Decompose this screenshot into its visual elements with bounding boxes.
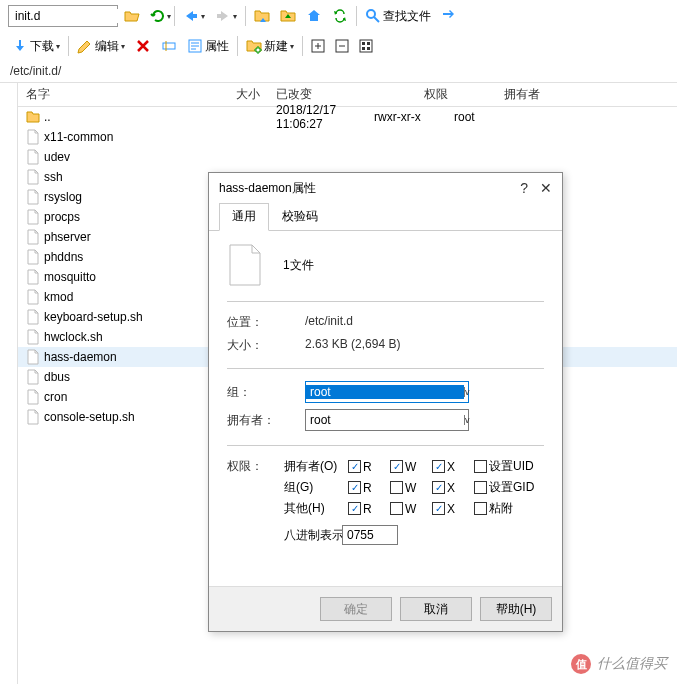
col-name[interactable]: 名字 [18, 86, 218, 103]
refresh-button[interactable] [146, 6, 170, 26]
transfer-button[interactable] [437, 6, 461, 26]
svg-rect-5 [360, 40, 372, 52]
properties-dialog: hass-daemon属性 ? ✕ 通用 校验码 1文件 位置：/etc/ini… [208, 172, 563, 632]
owner-x[interactable]: ✓X [432, 460, 472, 474]
ok-button[interactable]: 确定 [320, 597, 392, 621]
home-icon [306, 8, 322, 24]
svg-point-0 [367, 10, 375, 18]
group-x[interactable]: ✓X [432, 481, 472, 495]
forward-button[interactable]: ▾ [211, 6, 241, 26]
chevron-down-icon[interactable]: v [464, 415, 470, 425]
edit-icon [77, 38, 93, 54]
sync-button[interactable] [328, 6, 352, 26]
dialog-titlebar: hass-daemon属性 ? ✕ [209, 173, 562, 203]
properties-button[interactable]: 属性 [183, 36, 233, 57]
dialog-buttons: 确定 取消 帮助(H) [209, 586, 562, 631]
minus-button[interactable] [331, 37, 353, 55]
owner-r[interactable]: ✓R [348, 460, 388, 474]
list-row[interactable]: udev [18, 147, 677, 167]
group-label: 组： [227, 384, 305, 401]
big-file-icon [227, 243, 263, 287]
setgid[interactable]: 设置GID [474, 479, 544, 496]
rename-button[interactable] [157, 36, 181, 56]
view-button[interactable] [355, 37, 377, 55]
search-icon [365, 8, 381, 24]
perm-owner-label: 拥有者(O) [284, 458, 346, 475]
dialog-help-button[interactable]: ? [520, 180, 528, 196]
size-label: 大小： [227, 337, 305, 354]
dialog-title: hass-daemon属性 [219, 180, 316, 197]
tab-checksum[interactable]: 校验码 [269, 203, 331, 230]
dialog-close-button[interactable]: ✕ [540, 180, 552, 196]
find-label: 查找文件 [383, 8, 431, 25]
download-icon [12, 38, 28, 54]
nav1-button[interactable] [250, 6, 274, 26]
octal-input[interactable] [342, 525, 398, 545]
back-icon [183, 8, 199, 24]
owner-combo[interactable]: v [305, 409, 469, 431]
owner-label: 拥有者： [227, 412, 305, 429]
col-size[interactable]: 大小 [218, 86, 268, 103]
open-folder-icon [124, 8, 140, 24]
group-input[interactable] [306, 385, 464, 399]
perm-group-label: 组(G) [284, 479, 346, 496]
delete-button[interactable] [131, 36, 155, 56]
svg-rect-8 [362, 47, 365, 50]
file-count: 1文件 [283, 257, 314, 274]
plus-button[interactable] [307, 37, 329, 55]
open-folder-button[interactable] [120, 6, 144, 26]
new-label: 新建 [264, 38, 288, 55]
toolbar-secondary: 下载▾ 编辑▾ 属性 新建▾ [0, 32, 677, 60]
find-button[interactable]: 查找文件 [361, 6, 435, 27]
owner-w[interactable]: ✓W [390, 460, 430, 474]
back-button[interactable]: ▾ [179, 6, 209, 26]
other-w[interactable]: W [390, 502, 430, 516]
properties-icon [187, 38, 203, 54]
new-button[interactable]: 新建▾ [242, 36, 298, 57]
download-button[interactable]: 下载▾ [8, 36, 64, 57]
help-button[interactable]: 帮助(H) [480, 597, 552, 621]
minus-icon [335, 39, 349, 53]
folder-up-icon [280, 8, 296, 24]
sticky[interactable]: 粘附 [474, 500, 544, 517]
forward-icon [215, 8, 231, 24]
col-perm[interactable]: 权限 [416, 86, 496, 103]
nav2-button[interactable] [276, 6, 300, 26]
delete-icon [135, 38, 151, 54]
rename-icon [161, 38, 177, 54]
new-icon [246, 38, 262, 54]
svg-rect-9 [367, 47, 370, 50]
download-label: 下载 [30, 38, 54, 55]
list-row-parent[interactable]: ..2018/12/17 11:06:27rwxr-xr-xroot [18, 107, 677, 127]
path-bar[interactable]: /etc/init.d/ [0, 60, 677, 82]
group-r[interactable]: ✓R [348, 481, 388, 495]
address-combo[interactable]: ▾ [8, 5, 118, 27]
toolbar-main: ▾ ▾ ▾ 查找文件 [0, 0, 677, 32]
folder-nav-icon [254, 8, 270, 24]
setuid[interactable]: 设置UID [474, 458, 544, 475]
perm-other-label: 其他(H) [284, 500, 346, 517]
home-button[interactable] [302, 6, 326, 26]
octal-label: 八进制表示 [284, 527, 344, 544]
watermark-icon: 值 [571, 654, 591, 674]
group-w[interactable]: W [390, 481, 430, 495]
owner-input[interactable] [306, 413, 464, 427]
col-changed[interactable]: 已改变 [268, 86, 416, 103]
other-r[interactable]: ✓R [348, 502, 388, 516]
chevron-down-icon[interactable]: v [464, 387, 470, 397]
refresh-icon [150, 8, 166, 24]
edit-button[interactable]: 编辑▾ [73, 36, 129, 57]
size-value: 2.63 KB (2,694 B) [305, 337, 400, 354]
svg-rect-6 [362, 42, 365, 45]
view-icon [359, 39, 373, 53]
path-text: /etc/init.d/ [10, 64, 61, 78]
plus-icon [311, 39, 325, 53]
col-owner[interactable]: 拥有者 [496, 86, 576, 103]
other-x[interactable]: ✓X [432, 502, 472, 516]
group-combo[interactable]: v [305, 381, 469, 403]
properties-label: 属性 [205, 38, 229, 55]
perm-grid: 拥有者(O) ✓R ✓W ✓X 设置UID 组(G) ✓R W ✓X 设置GID… [284, 458, 544, 517]
cancel-button[interactable]: 取消 [400, 597, 472, 621]
tree-pane [0, 83, 18, 684]
tab-general[interactable]: 通用 [219, 203, 269, 231]
